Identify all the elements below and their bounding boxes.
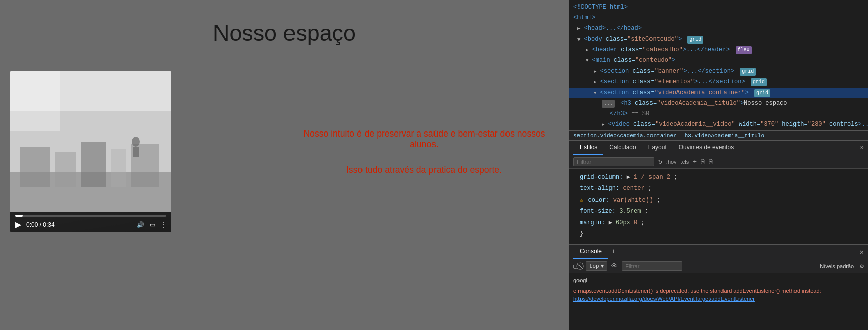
top-label: top	[589, 263, 599, 269]
page-title: Nosso espaço	[10, 15, 559, 51]
svg-point-9	[132, 137, 140, 147]
console-message-2: e.maps.event.addDomListener() is depreca…	[573, 286, 864, 304]
console-add-btn[interactable]: +	[608, 245, 619, 258]
console-eye-icon[interactable]: 👁	[611, 262, 618, 270]
svg-rect-10	[133, 147, 139, 157]
svg-rect-3	[20, 147, 50, 187]
console-settings-icon[interactable]: ⚙	[860, 262, 864, 270]
css-rule-grid-column: grid-column: ▶ 1 / span 2 ;	[573, 172, 864, 183]
video-thumbnail	[10, 71, 171, 232]
devtools-breadcrumb: section.videoAcademia.container h3.video…	[569, 131, 868, 141]
add-icon[interactable]: +	[693, 158, 697, 166]
content-section: ▶ 0:00 / 0:34 🔊 ▭ ⋮ Nosso intuito é de p…	[10, 71, 559, 232]
text-content: Nosso intuito é de preservar a saúde e b…	[290, 118, 559, 185]
dropdown-arrow-icon: ▼	[601, 263, 604, 269]
html-section-video[interactable]: <section class="videoAcademia container"…	[569, 88, 868, 98]
play-button[interactable]: ▶	[15, 220, 21, 229]
more-icon[interactable]: ⋮	[160, 221, 166, 228]
controls-row: ▶ 0:00 / 0:34 🔊 ▭ ⋮	[15, 220, 166, 229]
cls-icon[interactable]: .cls	[681, 159, 689, 165]
tab-calculado[interactable]: Calculado	[603, 141, 642, 155]
css-closing-brace: }	[573, 228, 864, 239]
html-tag: <html>	[569, 13, 868, 23]
html-body[interactable]: <body class="siteConteudo"> grid	[569, 34, 868, 45]
settings-icon[interactable]: ⎘	[709, 158, 713, 166]
console-tabs: Console + ✕	[569, 245, 868, 259]
styles-content: grid-column: ▶ 1 / span 2 ; text-align: …	[569, 169, 868, 244]
breadcrumb-path1[interactable]: section.videoAcademia.container	[573, 133, 677, 139]
html-header[interactable]: <header class="cabecalho">...</header> f…	[569, 45, 868, 55]
copy-icon[interactable]: ⎘	[701, 158, 705, 166]
devtools-close-btn[interactable]: ✕	[860, 248, 864, 256]
console-filter-input[interactable]	[622, 261, 682, 271]
webpage-panel: Nosso espaço	[0, 0, 569, 330]
progress-bar-fill	[15, 215, 23, 217]
html-h3-close: </h3> == $0	[569, 109, 868, 119]
devtools-panel: <!DOCTYPE html> <html> <head>...</head> …	[569, 0, 868, 330]
html-h3[interactable]: ... <h3 class="videoAcademia__titulo">No…	[569, 98, 868, 109]
html-video[interactable]: <video class="videoAcademia__video" widt…	[569, 119, 868, 130]
video-controls: ▶ 0:00 / 0:34 🔊 ▭ ⋮	[10, 212, 171, 232]
styles-tabs: Estilos Calculado Layout Ouvintes de eve…	[569, 141, 868, 155]
tab-layout[interactable]: Layout	[642, 141, 673, 155]
tab-estilos[interactable]: Estilos	[573, 141, 603, 155]
svg-rect-5	[81, 142, 106, 187]
devtools-elements: <!DOCTYPE html> <html> <head>...</head> …	[569, 0, 868, 131]
volume-icon[interactable]: 🔊	[137, 221, 144, 228]
console-toolbar: ▢ ⃠ top ▼ 👁 Níveis padrão ⚙	[569, 259, 868, 273]
text-line1: Nosso intuito é de preservar a saúde e b…	[300, 128, 549, 150]
tab-ouvintes[interactable]: Ouvintes de eventos	[673, 141, 740, 155]
styles-toolbar: ↻ :hov .cls + ⎘ ⎘	[569, 155, 868, 169]
console-link[interactable]: https://developer.mozilla.org/docs/Web/A…	[573, 296, 755, 302]
css-rule-text-align: text-align: center ;	[573, 183, 864, 194]
time-display: 0:00 / 0:34	[26, 221, 55, 228]
console-clear-icon[interactable]: ▢	[573, 262, 577, 270]
css-rule-font-size: font-size: 3.5rem ;	[573, 206, 864, 217]
devtools-console: Console + ✕ ▢ ⃠ top ▼ 👁 Níveis padrão ⚙ …	[569, 244, 868, 330]
toggle-icon[interactable]: ↻	[658, 158, 662, 166]
svg-rect-8	[10, 71, 60, 131]
html-head[interactable]: <head>...</head>	[569, 23, 868, 34]
controls-right: 🔊 ▭ ⋮	[137, 221, 166, 228]
breadcrumb-path2[interactable]: h3.videoAcademia__titulo	[685, 133, 764, 139]
html-main[interactable]: <main class="conteudo">	[569, 55, 868, 66]
progress-bar[interactable]	[15, 215, 166, 217]
text-line2: Isso tudo através da pratica do esporte.	[346, 165, 502, 175]
hover-icon[interactable]: :hov	[666, 159, 677, 165]
styles-filter-input[interactable]	[573, 157, 654, 166]
svg-rect-4	[55, 152, 76, 187]
video-container: ▶ 0:00 / 0:34 🔊 ▭ ⋮	[10, 71, 171, 232]
fullscreen-icon[interactable]: ▭	[150, 221, 155, 228]
html-section-elementos[interactable]: <section class="elementos">...</section>…	[569, 77, 868, 87]
devtools-styles: Estilos Calculado Layout Ouvintes de eve…	[569, 141, 868, 244]
html-doctype: <!DOCTYPE html>	[569, 2, 868, 13]
styles-more-btn[interactable]: »	[860, 144, 864, 151]
tab-console[interactable]: Console	[573, 245, 608, 259]
console-message-1: googi	[573, 275, 864, 286]
html-section-banner[interactable]: <section class="banner">...</section> gr…	[569, 66, 868, 77]
svg-rect-6	[111, 149, 126, 187]
console-levels[interactable]: Níveis padrão	[820, 263, 854, 269]
console-content: googi e.maps.event.addDomListener() is d…	[569, 273, 868, 330]
css-rule-color: ⚠ color: var(white)) ;	[573, 194, 864, 206]
console-context-dropdown[interactable]: top ▼	[586, 261, 607, 271]
css-rule-margin: margin: ▶ 60px 0 ;	[573, 217, 864, 228]
